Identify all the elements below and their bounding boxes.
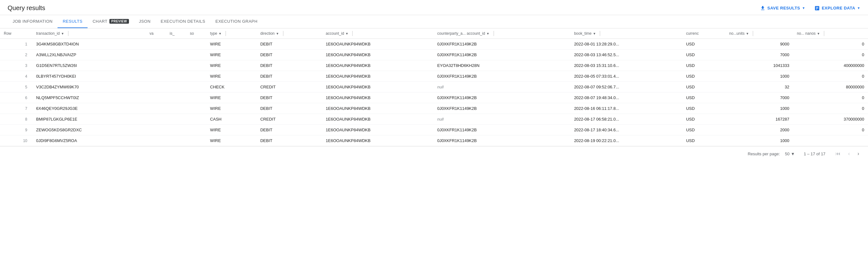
cell-book-time: 2022-08-05 07:33:01.4... bbox=[570, 71, 682, 82]
cell-no-units: 9000 bbox=[725, 39, 793, 49]
cell-is bbox=[166, 92, 186, 103]
cell-direction: DEBIT bbox=[256, 49, 322, 60]
col-header-no-units[interactable]: no...units ▼ bbox=[725, 28, 793, 39]
col-header-account-id[interactable]: account_id ▼ bbox=[322, 28, 434, 39]
cell-counterparty-account-id: EYOA32T8HD6KH28N bbox=[433, 60, 570, 71]
cell-direction: DEBIT bbox=[256, 125, 322, 136]
save-icon bbox=[760, 5, 766, 11]
cell-no-nanos: 0 bbox=[793, 125, 868, 136]
resize-handle-no-nanos[interactable] bbox=[824, 31, 825, 36]
tab-job-information[interactable]: JOB INFORMATION bbox=[8, 15, 58, 28]
resize-handle-direction[interactable] bbox=[283, 31, 283, 36]
preview-badge: PREVIEW bbox=[110, 19, 129, 24]
explore-icon bbox=[814, 5, 820, 11]
resize-handle-transaction-id[interactable] bbox=[68, 31, 69, 36]
cell-va bbox=[146, 60, 166, 71]
page-title: Query results bbox=[8, 4, 45, 12]
cell-row-num: 2 bbox=[0, 49, 32, 60]
cell-no-units: 1000 bbox=[725, 136, 793, 146]
cell-transaction-id: V3C2DB4ZYMW69K70 bbox=[32, 82, 146, 92]
cell-currency: USD bbox=[682, 60, 725, 71]
prev-page-button[interactable]: ‹ bbox=[847, 150, 851, 158]
cell-currency: USD bbox=[682, 39, 725, 49]
explore-dropdown-icon: ▼ bbox=[857, 6, 860, 10]
cell-book-time: 2022-08-17 18:40:34.6... bbox=[570, 125, 682, 136]
cell-account-id: 1E6OOAUNKP84WDKB bbox=[322, 136, 434, 146]
cell-no-units: 1000 bbox=[725, 103, 793, 114]
cell-transaction-id: NLQ5MPF5CCHWT0IZ bbox=[32, 92, 146, 103]
cell-is bbox=[166, 136, 186, 146]
col-header-counterparty-account-id[interactable]: counterparty_a... account_id ▼ bbox=[433, 28, 570, 39]
col-header-is: is_ bbox=[166, 28, 186, 39]
table-row: 9 ZEWOG5KDS8GR2DXC WIRE DEBIT 1E6OOAUNKP… bbox=[0, 125, 868, 136]
resize-handle-type[interactable] bbox=[225, 31, 226, 36]
cell-no-nanos: 400000000 bbox=[793, 60, 868, 71]
cell-va bbox=[146, 136, 166, 146]
tab-results[interactable]: RESULTS bbox=[58, 15, 88, 28]
cell-transaction-id: 0LBYRT457YDH0KEI bbox=[32, 71, 146, 82]
save-results-button[interactable]: SAVE RESULTS ▼ bbox=[760, 5, 805, 11]
cell-currency: USD bbox=[682, 136, 725, 146]
next-page-button[interactable]: › bbox=[856, 150, 860, 158]
sort-icon-transaction-id: ▼ bbox=[61, 32, 64, 35]
resize-handle-counterparty[interactable] bbox=[493, 31, 494, 36]
cell-direction: DEBIT bbox=[256, 39, 322, 49]
explore-data-button[interactable]: EXPLORE DATA ▼ bbox=[814, 5, 860, 11]
resize-handle-no-units[interactable] bbox=[753, 31, 753, 36]
tab-execution-graph[interactable]: EXECUTION GRAPH bbox=[210, 15, 262, 28]
sort-icon-no-units: ▼ bbox=[746, 32, 749, 35]
cell-direction: DEBIT bbox=[256, 71, 322, 82]
cell-is bbox=[166, 114, 186, 125]
cell-account-id: 1E6OOAUNKP84WDKB bbox=[322, 39, 434, 49]
page-range: 1 – 17 of 17 bbox=[804, 152, 826, 156]
cell-type: CASH bbox=[207, 114, 257, 125]
col-header-so: so bbox=[186, 28, 207, 39]
cell-type: WIRE bbox=[207, 49, 257, 60]
cell-row-num: 5 bbox=[0, 82, 32, 92]
cell-book-time: 2022-08-07 19:48:34.0... bbox=[570, 92, 682, 103]
col-header-book-time[interactable]: book_time ▼ bbox=[570, 28, 682, 39]
cell-no-nanos bbox=[793, 136, 868, 146]
cell-so bbox=[186, 92, 207, 103]
table-body: 1 3G4KMS8GBXTD4ION WIRE DEBIT 1E6OOAUNKP… bbox=[0, 39, 868, 146]
cell-counterparty-account-id: 0J0XKFR1K1149K2B bbox=[433, 125, 570, 136]
save-dropdown-icon: ▼ bbox=[802, 6, 805, 10]
col-header-no-nanos[interactable]: no... nanos ▼ bbox=[793, 28, 868, 39]
resize-handle-account-id[interactable] bbox=[352, 31, 353, 36]
cell-is bbox=[166, 49, 186, 60]
per-page-selector[interactable]: 50 ▼ bbox=[785, 152, 795, 156]
cell-so bbox=[186, 39, 207, 49]
cell-row-num: 10 bbox=[0, 136, 32, 146]
cell-no-units: 7000 bbox=[725, 92, 793, 103]
col-header-transaction-id[interactable]: transaction_id ▼ bbox=[32, 28, 146, 39]
cell-row-num: 1 bbox=[0, 39, 32, 49]
cell-account-id: 1E6OOAUNKP84WDKB bbox=[322, 82, 434, 92]
cell-so bbox=[186, 82, 207, 92]
per-page-dropdown-icon: ▼ bbox=[791, 152, 795, 156]
cell-row-num: 9 bbox=[0, 125, 32, 136]
cell-counterparty-account-id: 0J0XKFR1K1149K2B bbox=[433, 103, 570, 114]
cell-account-id: 1E6OOAUNKP84WDKB bbox=[322, 92, 434, 103]
col-header-direction[interactable]: direction ▼ bbox=[256, 28, 322, 39]
tabs-bar: JOB INFORMATION RESULTS CHART PREVIEW JS… bbox=[0, 15, 868, 28]
cell-va bbox=[146, 103, 166, 114]
cell-transaction-id: A3WLL2XLNBJVAIZP bbox=[32, 49, 146, 60]
col-header-type[interactable]: type ▼ bbox=[207, 28, 257, 39]
tab-json[interactable]: JSON bbox=[134, 15, 156, 28]
first-page-button[interactable]: ⏮ bbox=[834, 150, 842, 158]
cell-currency: USD bbox=[682, 49, 725, 60]
cell-book-time: 2022-08-16 06:11:17.8... bbox=[570, 103, 682, 114]
cell-counterparty-account-id: 0J0XKFR1K1149K2B bbox=[433, 39, 570, 49]
cell-so bbox=[186, 114, 207, 125]
cell-no-nanos: 0 bbox=[793, 92, 868, 103]
cell-book-time: 2022-08-19 00:22:21.0... bbox=[570, 136, 682, 146]
cell-row-num: 8 bbox=[0, 114, 32, 125]
resize-handle-book-time[interactable] bbox=[600, 31, 600, 36]
page-header: Query results SAVE RESULTS ▼ EXPLORE DAT… bbox=[0, 0, 868, 15]
cell-row-num: 6 bbox=[0, 92, 32, 103]
tab-execution-details[interactable]: EXECUTION DETAILS bbox=[156, 15, 210, 28]
tab-chart[interactable]: CHART PREVIEW bbox=[88, 15, 134, 28]
cell-account-id: 1E6OOAUNKP84WDKB bbox=[322, 103, 434, 114]
col-header-currency: currenc bbox=[682, 28, 725, 39]
cell-row-num: 7 bbox=[0, 103, 32, 114]
